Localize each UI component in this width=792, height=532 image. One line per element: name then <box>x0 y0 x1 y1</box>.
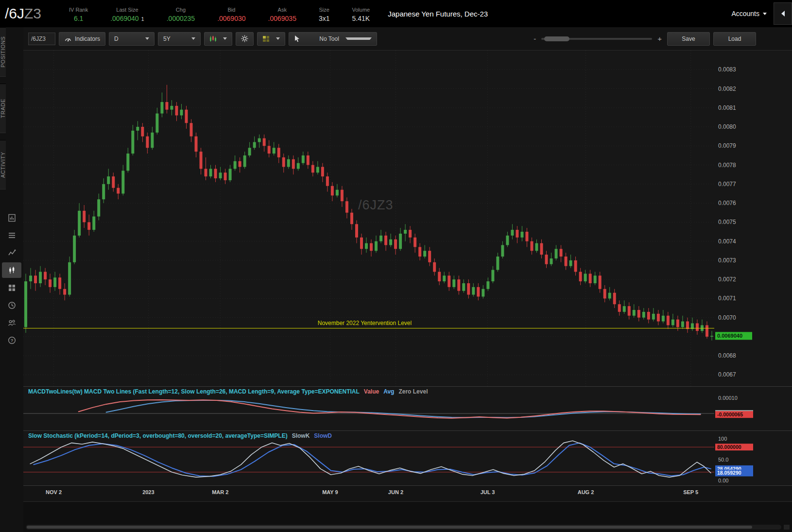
grid-modules-icon <box>7 283 17 292</box>
legend-item: SlowK <box>292 432 310 439</box>
time-axis-label: MAY 9 <box>322 489 338 495</box>
horizontal-scrollbar[interactable] <box>26 525 781 530</box>
macd-legend: MACDTwoLines(tw) MACD Two Lines (Fast Le… <box>28 388 428 395</box>
sidebar-tab-positions[interactable]: POSITIONS <box>0 27 6 77</box>
collapse-panel-button[interactable] <box>774 2 792 25</box>
timeframe-value: D <box>114 35 142 42</box>
cursor-icon <box>294 35 316 42</box>
sidebar-tab-activity[interactable]: ACTIVITY <box>0 140 6 189</box>
quote-field-value: .00690401 <box>110 15 144 22</box>
svg-text:0.0083: 0.0083 <box>718 66 736 73</box>
quote-fields: IV Rank6.1Last Size.00690401Chg.0000235B… <box>58 5 381 22</box>
list-icon <box>7 231 17 240</box>
sidebar-tab-trade[interactable]: TRADE <box>0 84 6 133</box>
symbol-root: /6J <box>5 5 24 21</box>
legend-item: Value <box>364 388 379 395</box>
indicators-button[interactable]: Indicators <box>59 32 105 46</box>
left-sidebar: POSITIONSTRADEACTIVITY ? <box>0 27 23 532</box>
indicators-label: Indicators <box>75 35 100 42</box>
last-trade-size: 1 <box>141 16 144 22</box>
svg-text:0.0068: 0.0068 <box>718 352 736 359</box>
stochastic-legend: Slow Stochastic (kPeriod=14, dPeriod=3, … <box>28 432 332 439</box>
range-dropdown[interactable]: 5Y <box>158 32 201 46</box>
quote-field-label: Volume <box>352 7 370 13</box>
save-button[interactable]: Save <box>667 32 710 46</box>
price-pane[interactable]: November 2022 Yentervention Level0.00830… <box>23 50 792 386</box>
bottom-strip <box>23 501 792 532</box>
svg-text:0.0070: 0.0070 <box>718 314 736 321</box>
layout-grid-dropdown[interactable] <box>257 32 285 46</box>
symbol-suffix: Z3 <box>24 5 41 21</box>
svg-text:0.0079: 0.0079 <box>718 142 736 149</box>
svg-text:0.0082: 0.0082 <box>718 86 736 92</box>
instrument-description: Japanese Yen Futures, Dec-23 <box>388 10 488 18</box>
scrollbar-thumb[interactable] <box>27 526 752 529</box>
load-button[interactable]: Load <box>713 32 756 46</box>
sidebar-draw-trade-icon[interactable] <box>2 245 21 260</box>
price-chart-svg[interactable]: November 2022 Yentervention Level0.00830… <box>23 51 792 386</box>
sidebar-journal-icon[interactable] <box>2 210 21 225</box>
zoom-slider-thumb[interactable] <box>544 36 569 41</box>
symbol-title: /6JZ3 <box>0 5 58 22</box>
time-axis-label: NOV 2 <box>46 489 62 495</box>
chevron-down-icon <box>223 37 227 40</box>
quote-field-ask: Ask.0069035 <box>268 7 296 22</box>
sidebar-follow-traders-icon[interactable] <box>2 315 21 330</box>
chart-toolbar: /6JZ3 Indicators D 5Y <box>23 27 792 50</box>
quote-field-value: 6.1 <box>74 15 83 22</box>
sidebar-history-clock-icon[interactable] <box>2 297 21 313</box>
zoom-slider[interactable] <box>541 38 652 40</box>
svg-text:0.0078: 0.0078 <box>718 162 736 169</box>
quote-field-size: Size3x1 <box>319 7 330 22</box>
layout-grid-icon <box>262 35 270 42</box>
svg-text:0.0080: 0.0080 <box>718 123 736 130</box>
macd-pane[interactable]: MACDTwoLines(tw) MACD Two Lines (Fast Le… <box>23 386 792 430</box>
stochastic-pane[interactable]: Slow Stochastic (kPeriod=14, dPeriod=3, … <box>23 430 792 485</box>
zoom-out-button[interactable]: - <box>532 34 538 43</box>
chevron-down-icon <box>763 13 767 15</box>
chart-symbol-input[interactable]: /6JZ3 <box>28 33 55 45</box>
history-clock-icon <box>7 301 17 310</box>
range-value: 5Y <box>163 35 188 42</box>
sidebar-grid-modules-icon[interactable] <box>2 280 21 295</box>
draw-trade-icon <box>7 248 17 257</box>
quote-field-label: Chg <box>176 7 186 13</box>
quote-field-value: .0069035 <box>268 15 296 22</box>
svg-text:0.00: 0.00 <box>718 478 728 483</box>
time-axis-label: JUN 2 <box>388 489 403 495</box>
quote-field-value: 3x1 <box>319 15 330 22</box>
price-grid <box>23 51 714 386</box>
quote-field-chg: Chg.0000235 <box>167 7 195 22</box>
indicators-gauge-icon <box>64 35 72 42</box>
chart-settings-button[interactable] <box>236 32 254 46</box>
accounts-dropdown[interactable]: Accounts <box>731 10 767 17</box>
svg-text:0.0076: 0.0076 <box>718 200 736 206</box>
chart-style-dropdown[interactable] <box>204 32 232 46</box>
quote-field-volume: Volume5.41K <box>352 7 370 22</box>
sidebar-chart-icon[interactable] <box>2 262 21 278</box>
legend-item: Avg <box>383 388 394 395</box>
svg-text:0.0081: 0.0081 <box>718 104 736 111</box>
svg-text:0.0075: 0.0075 <box>718 219 736 225</box>
drawing-tool-dropdown[interactable]: No Tool <box>289 32 377 46</box>
legend-item: Zero Level <box>398 388 428 395</box>
timeframe-dropdown[interactable]: D <box>109 32 155 46</box>
zoom-in-button[interactable]: + <box>655 34 664 43</box>
quote-field-label: Ask <box>278 7 287 13</box>
follow-traders-icon <box>7 318 17 327</box>
candlestick-series <box>24 85 713 341</box>
candlestick-style-icon <box>209 35 217 42</box>
svg-text:100: 100 <box>718 436 727 442</box>
quote-field-label: IV Rank <box>69 7 88 13</box>
sidebar-help-icon[interactable]: ? <box>2 332 21 348</box>
svg-text:0.0072: 0.0072 <box>718 276 736 283</box>
time-axis-label: MAR 2 <box>212 489 228 495</box>
quote-field-bid: Bid.0069030 <box>217 7 245 22</box>
chevron-down-icon <box>145 37 149 40</box>
help-icon: ? <box>7 336 17 345</box>
quote-field-label: Size <box>319 7 329 13</box>
sidebar-list-icon[interactable] <box>2 227 21 243</box>
time-axis-label: SEP 5 <box>683 489 698 495</box>
price-axis: 0.00830.00820.00810.00800.00790.00780.00… <box>718 66 736 378</box>
journal-icon <box>7 213 17 223</box>
